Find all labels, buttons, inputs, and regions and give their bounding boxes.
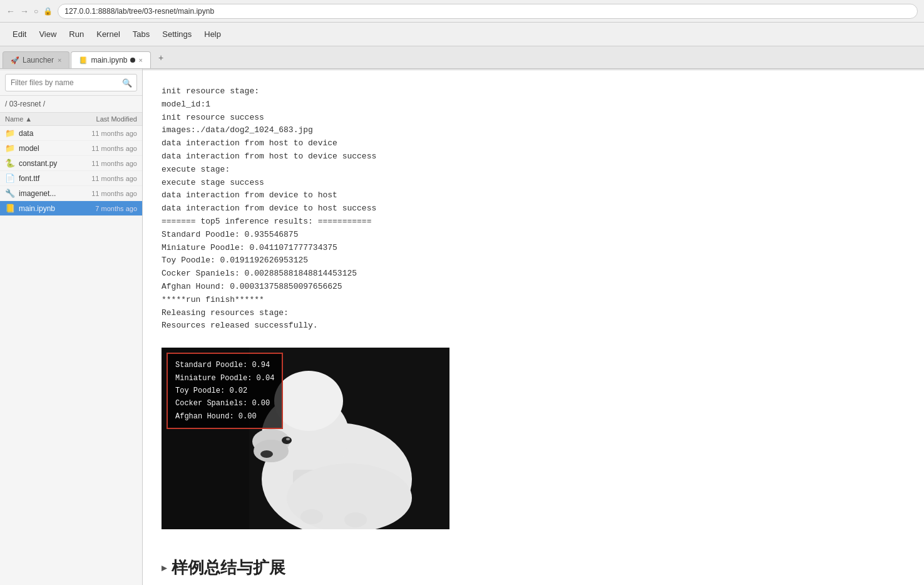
svg-point-7	[286, 438, 290, 440]
section-triangle-icon: ▸	[162, 562, 167, 574]
notebook-content: init resource stage: model_id:1 init res…	[143, 70, 924, 585]
launcher-icon: 🚀	[11, 56, 19, 65]
section-title-text: 样例总结与扩展	[172, 557, 285, 579]
file-name-constant: constant.py	[19, 159, 91, 168]
pred-line-1: Standard Poodle: 0.94	[175, 359, 274, 371]
file-item-imagenet[interactable]: 🔧 imagenet... 11 months ago	[0, 186, 142, 201]
file-item-data[interactable]: 📁 data 11 months ago	[0, 126, 142, 141]
notebook-file-icon: 📒	[5, 204, 15, 213]
forward-icon[interactable]: →	[20, 6, 29, 16]
launcher-tab-label: Launcher	[23, 56, 54, 65]
menu-help[interactable]: Help	[198, 27, 227, 41]
pred-line-3: Toy Poodle: 0.02	[175, 385, 274, 397]
file-modified-imagenet: 11 months ago	[91, 190, 137, 197]
folder-icon-model: 📁	[5, 143, 15, 153]
tab-launcher[interactable]: 🚀 Launcher ×	[3, 51, 69, 68]
file-name-font: font.ttf	[19, 174, 91, 183]
poodle-image: Standard Poodle: 0.94 Miniature Poodle: …	[162, 348, 449, 529]
file-item-main[interactable]: 📒 main.ipynb 7 months ago	[0, 201, 142, 216]
file-item-font[interactable]: 📄 font.ttf 11 months ago	[0, 171, 142, 186]
folder-icon: 📁	[5, 128, 15, 138]
back-icon[interactable]: ←	[6, 6, 15, 16]
notebook-tab-label: main.ipynb	[91, 56, 127, 65]
filter-bar: 🔍	[0, 70, 142, 96]
file-modified-constant: 11 months ago	[91, 160, 137, 167]
pred-line-5: Afghan Hound: 0.00	[175, 410, 274, 423]
file-modified-font: 11 months ago	[91, 175, 137, 182]
file-list-header: Name ▲ Last Modified	[0, 113, 142, 126]
file-name-model: model	[19, 144, 91, 153]
svg-point-3	[274, 371, 343, 431]
output-image-container: Standard Poodle: 0.94 Miniature Poodle: …	[162, 348, 449, 529]
add-tab-button[interactable]: +	[152, 49, 170, 66]
prediction-overlay: Standard Poodle: 0.94 Miniature Poodle: …	[167, 353, 283, 429]
filter-input[interactable]	[5, 74, 137, 91]
launcher-close-button[interactable]: ×	[58, 56, 61, 64]
filter-search-icon: 🔍	[122, 78, 132, 88]
tab-notebook[interactable]: 📒 main.ipynb ×	[71, 51, 150, 68]
file-item-constant[interactable]: 🐍 constant.py 11 months ago	[0, 156, 142, 171]
notebook-icon: 📒	[79, 56, 88, 65]
section-title-area: ▸ 样例总结与扩展	[162, 557, 905, 579]
menu-settings[interactable]: Settings	[156, 27, 198, 41]
file-name-main: main.ipynb	[19, 204, 95, 213]
unsaved-indicator	[130, 58, 135, 63]
file-item-model[interactable]: 📁 model 11 months ago	[0, 141, 142, 156]
menu-view[interactable]: View	[33, 27, 63, 41]
file-name-imagenet: imagenet...	[19, 189, 91, 198]
sort-arrow-icon: ▲	[25, 115, 32, 123]
file-modified-model: 11 months ago	[91, 145, 137, 152]
file-modified-data: 11 months ago	[91, 130, 137, 137]
notebook-close-button[interactable]: ×	[139, 56, 143, 64]
svg-point-12	[344, 512, 367, 527]
menu-run[interactable]: Run	[63, 27, 90, 41]
menu-tabs[interactable]: Tabs	[126, 27, 156, 41]
breadcrumb: / 03-resnet /	[0, 96, 142, 113]
svg-point-11	[300, 509, 323, 524]
file-list: 📁 data 11 months ago 📁 model 11 months a…	[0, 126, 142, 585]
file-modified-main: 7 months ago	[95, 205, 137, 212]
name-col-label: Name	[5, 115, 23, 123]
name-column-header[interactable]: Name ▲	[5, 115, 68, 123]
lock-icon: 🔒	[43, 7, 53, 16]
python-icon: 🐍	[5, 158, 15, 168]
menu-kernel[interactable]: Kernel	[90, 27, 126, 41]
cell-output-area: init resource stage: model_id:1 init res…	[162, 83, 905, 544]
output-text: init resource stage: model_id:1 init res…	[162, 85, 905, 333]
svg-point-6	[282, 437, 292, 444]
menu-edit[interactable]: Edit	[6, 27, 33, 41]
modified-column-header[interactable]: Last Modified	[68, 115, 137, 123]
config-icon: 🔧	[5, 189, 15, 198]
circle-icon: ○	[34, 7, 38, 16]
svg-point-8	[260, 450, 273, 458]
font-icon: 📄	[5, 173, 15, 183]
url-bar[interactable]	[58, 4, 918, 19]
pred-line-4: Cocker Spaniels: 0.00	[175, 397, 274, 410]
pred-line-2: Miniature Poodle: 0.04	[175, 372, 274, 385]
file-name-data: data	[19, 129, 91, 138]
